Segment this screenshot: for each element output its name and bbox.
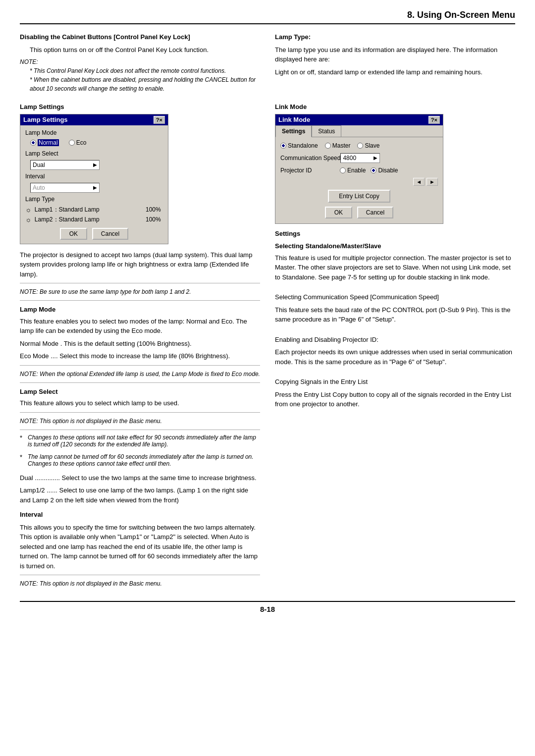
radio-enable[interactable]: Enable [340,167,366,174]
interval-section: Interval [20,510,260,520]
radio-master[interactable]: Master [325,142,351,149]
bullet-2-text: The lamp cannot be turned off for 60 sec… [28,453,260,467]
link-mode-section: Link Mode [275,102,515,112]
lamp-type-row: Lamp Type [25,196,163,203]
lamp-select-label: Lamp Select [25,150,65,157]
projector-id-row: Projector ID Enable Disable [280,167,438,174]
nav-next-button[interactable]: ► [427,178,438,186]
tab-status[interactable]: Status [312,125,341,137]
nav-prev-button[interactable]: ◄ [413,178,425,186]
interval-row: Interval [25,173,163,180]
lamp2-pct: 100% [146,216,163,223]
selecting-text: This feature is used for multiple projec… [275,253,515,282]
radio-normal-icon [30,140,36,146]
comm-speed-title: Selecting Communication Speed [Communica… [275,292,515,302]
lamp1-pct: 100% [146,206,163,213]
bullet-1: * Changes to these options will not take… [20,434,260,451]
comm-speed-arrow: ▶ [374,155,377,161]
lamp-settings-buttons: OK Cancel [25,228,163,240]
divider-5 [20,412,260,413]
radio-disable[interactable]: Disable [371,167,398,174]
lamp1-icon: ☼ [25,206,32,214]
lamp-select-text: This feature allows you to select which … [20,398,260,408]
lamp-select-row: Lamp Select [25,150,163,157]
note-line-1: * This Control Panel Key Lock does not a… [30,66,260,75]
note-block: NOTE: * This Control Panel Key Lock does… [20,57,260,93]
comm-speed-dropdown[interactable]: 4800 ▶ [340,153,380,163]
radio-normal[interactable]: Normal [30,139,59,146]
lamp1-name: Lamp1：Standard Lamp [35,206,143,214]
lamp-select-dropdown[interactable]: Dual ▶ [30,160,100,170]
lamp-type-label: Lamp Type [25,196,65,203]
note-basic-menu: NOTE: This option is not displayed in th… [20,417,260,426]
lamp-select-section: Lamp Select [20,387,260,397]
page-number: 8-18 [20,601,515,613]
lamp-mode-section: Lamp Mode [20,305,260,315]
lamp-settings-cancel-button[interactable]: Cancel [92,228,128,240]
projector-id-label: Projector ID [280,167,340,174]
lamp2-name: Lamp2：Standard Lamp [35,216,143,224]
lamp2-icon: ☼ [25,216,32,223]
entry-list-copy-button[interactable]: Entry List Copy [328,190,390,203]
interval-label: Interval [25,173,65,180]
radio-slave[interactable]: Slave [357,142,379,149]
comm-speed-text: This feature sets the baud rate of the P… [275,305,515,324]
lamp2-row: ☼ Lamp2：Standard Lamp 100% [25,216,163,224]
lamp-type-text2: Light on or off, standard lamp or extend… [275,67,515,77]
divider-4 [20,382,260,383]
lamp-select-value: Dual [33,162,45,168]
radio-standalone-icon [280,143,286,149]
bullet-1-text: Changes to these options will not take e… [28,434,260,448]
intro-text: This option turns on or off the Control … [30,45,260,55]
interval-control-row: Auto ▶ [30,183,163,193]
tab-settings[interactable]: Settings [275,125,312,137]
interval-text: This allows you to specify the time for … [20,523,260,571]
note-label: NOTE: [20,57,260,66]
divider-3 [20,365,260,366]
lamp-settings-ok-button[interactable]: OK [60,228,87,240]
note-same-lamp: NOTE: Be sure to use the same lamp type … [20,287,260,296]
radio-standalone[interactable]: Standalone [280,142,318,149]
normal-mode-text: Normal Mode . This is the default settin… [20,339,260,349]
radio-standalone-label: Standalone [288,142,318,149]
projector-id-text: Each projector needs its own unique addr… [275,347,515,367]
bullet-2: * The lamp cannot be turned off for 60 s… [20,453,260,470]
divider-6 [20,430,260,430]
radio-master-label: Master [332,142,351,149]
radio-enable-icon [340,167,346,173]
interval-value: Auto [33,184,45,191]
page-title: 8. Using On-Screen Menu [407,10,515,20]
lamp-mode-text: This feature enables you to select two m… [20,317,260,336]
interval-dropdown[interactable]: Auto ▶ [30,183,100,193]
divider-7 [20,575,260,575]
link-mode-cancel-button[interactable]: Cancel [357,207,393,218]
radio-master-icon [325,143,331,149]
radio-eco[interactable]: Eco [69,139,87,146]
bullet-star-1: * [20,434,28,451]
link-mode-ok-button[interactable]: OK [325,207,352,218]
lamp-mode-row: Lamp Mode [25,129,163,136]
link-mode-radio-row: Standalone Master Slave [280,142,438,149]
radio-enable-label: Enable [347,167,366,174]
link-mode-close[interactable]: ?× [428,116,440,124]
link-mode-title-bar: Link Mode ?× [275,114,443,125]
lamp-type-text1: The lamp type you use and its informatio… [275,45,515,64]
comm-speed-value: 4800 [343,155,356,162]
radio-eco-label: Eco [76,139,87,146]
page-header: 8. Using On-Screen Menu [20,10,515,24]
link-mode-body: Settings Status Standalone Ma [275,125,443,223]
radio-eco-icon [69,140,75,146]
eco-mode-text: Eco Mode .... Select this mode to increa… [20,351,260,361]
nav-controls: ◄ ► [413,178,438,186]
lamp-type-section: Lamp Type: [275,33,311,41]
comm-speed-row: Communication Speed 4800 ▶ [280,153,438,163]
link-mode-dialog: Link Mode ?× Settings Status S [275,114,443,224]
radio-disable-icon [371,167,376,173]
lamp-settings-dialog: Lamp Settings ?× Lamp Mode Normal [20,114,168,244]
lamp-select-arrow: ▶ [93,162,97,167]
nav-row: ◄ ► [280,178,438,186]
lamp-select-control-row: Dual ▶ [30,160,163,170]
radio-normal-label: Normal [38,139,59,146]
radio-slave-label: Slave [365,142,379,149]
lamp-settings-close[interactable]: ?× [154,116,165,124]
